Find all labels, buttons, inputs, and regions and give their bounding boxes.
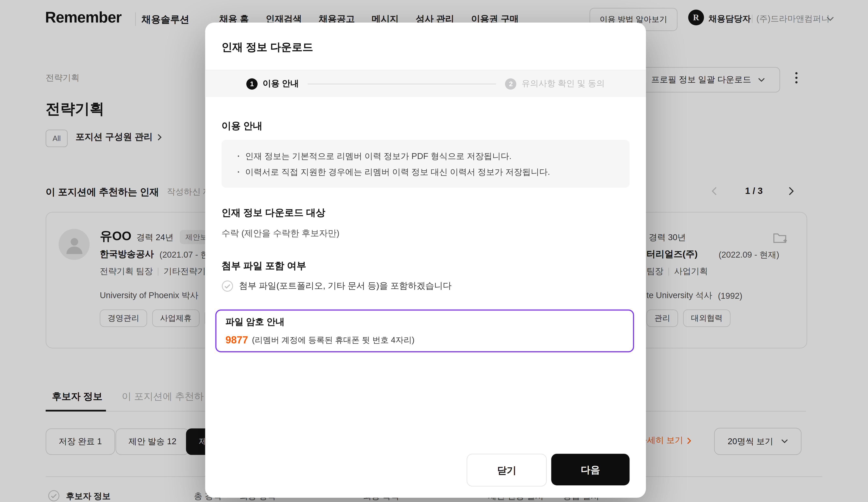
step-1-circle: 1: [246, 78, 258, 90]
password-note: (리멤버 계정에 등록된 휴대폰 뒷 번호 4자리): [252, 335, 414, 346]
step-2-label: 유의사항 확인 및 동의: [521, 78, 605, 89]
close-button-label: 닫기: [497, 464, 516, 477]
password-code: 9877: [226, 334, 248, 346]
modal-stepper: 1 이용 안내 2 유의사항 확인 및 동의: [205, 70, 646, 97]
next-button-label: 다음: [581, 463, 600, 476]
modal-title: 인재 정보 다운로드: [221, 40, 313, 54]
step-1-label: 이용 안내: [262, 78, 299, 89]
attachment-checkbox-row[interactable]: 첨부 파일(포트폴리오, 기타 문서 등)을 포함하겠습니다: [221, 280, 452, 292]
step-2-circle: 2: [505, 78, 517, 90]
step-1: 1 이용 안내: [246, 78, 299, 90]
target-title: 인재 정보 다운로드 대상: [221, 206, 325, 219]
usage-title: 이용 안내: [221, 120, 262, 132]
app-root: Remember 채용솔루션 채용 홈 인재검색 채용공고 메시지 성사 관리 …: [0, 0, 868, 502]
password-notice-box: 파일 암호 안내 9877 (리멤버 계정에 등록된 휴대폰 뒷 번호 4자리): [215, 309, 634, 352]
target-value: 수락 (제안을 수락한 후보자만): [221, 228, 340, 239]
close-button[interactable]: 닫기: [467, 454, 547, 486]
password-line: 9877 (리멤버 계정에 등록된 휴대폰 뒷 번호 4자리): [226, 334, 414, 346]
usage-bullet: 이력서로 직접 지원한 경우에는 리멤버 이력 정보 대신 이력서 정보가 저장…: [237, 164, 618, 180]
next-button[interactable]: 다음: [551, 454, 630, 485]
password-title: 파일 암호 안내: [226, 316, 285, 328]
checkbox-circle-check-icon[interactable]: [221, 280, 233, 292]
talent-download-modal: 인재 정보 다운로드 1 이용 안내 2 유의사항 확인 및 동의 이용 안내 …: [205, 22, 646, 498]
step-2: 2 유의사항 확인 및 동의: [505, 78, 605, 90]
attachment-checkbox-label: 첨부 파일(포트폴리오, 기타 문서 등)을 포함하겠습니다: [239, 280, 452, 292]
step-connector: [308, 83, 496, 84]
attachment-title: 첨부 파일 포함 여부: [221, 259, 306, 272]
usage-notice-box: 인재 정보는 기본적으로 리멤버 이력 정보가 PDF 형식으로 저장됩니다. …: [221, 140, 630, 188]
usage-bullet: 인재 정보는 기본적으로 리멤버 이력 정보가 PDF 형식으로 저장됩니다.: [237, 148, 618, 164]
